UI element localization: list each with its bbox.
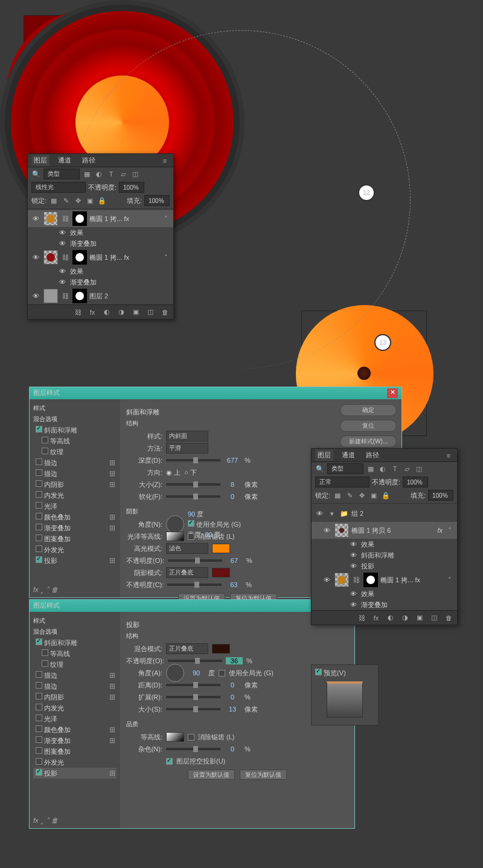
angle-control[interactable] <box>166 664 184 682</box>
panel-menu-icon[interactable]: ≡ <box>444 451 453 460</box>
filter-smart-icon[interactable]: ◫ <box>130 169 140 179</box>
fx-row[interactable]: 👁效果 <box>312 588 457 599</box>
style-option[interactable]: 等高线 <box>33 648 117 659</box>
highlight-opacity-slider[interactable] <box>168 559 222 562</box>
filter-type[interactable]: 类型 <box>43 169 80 179</box>
close-icon[interactable]: ✕ <box>387 388 398 398</box>
ok-button[interactable]: 确定 <box>340 404 397 416</box>
style-option[interactable]: 斜面和浮雕 <box>33 425 117 436</box>
contour-picker[interactable] <box>166 532 184 541</box>
layer-row[interactable]: 👁 ⛓ 图层 2 <box>28 288 173 304</box>
layer-name[interactable]: 椭圆 1 拷... fx <box>89 253 129 262</box>
style-option[interactable]: 描边⊞ <box>33 457 117 468</box>
chevron-icon[interactable]: ˄ <box>161 214 171 223</box>
preview-checkbox[interactable] <box>315 669 322 675</box>
opacity-value[interactable]: 100% <box>403 477 428 487</box>
shadow-color-swatch[interactable] <box>212 568 230 577</box>
style-option[interactable]: 描边⊞ <box>33 468 117 479</box>
fill-value[interactable]: 100% <box>428 490 453 501</box>
filter-image-icon[interactable]: ▦ <box>82 169 92 179</box>
shadow-mode-select[interactable]: 正片叠底 <box>166 567 208 578</box>
filter-text-icon[interactable]: T <box>106 169 116 179</box>
panel-menu-icon[interactable]: ≡ <box>160 156 170 166</box>
lock-all-icon[interactable]: 🔒 <box>97 196 107 205</box>
filter-shape-icon[interactable]: ▱ <box>118 169 128 179</box>
folder-icon[interactable]: ▣ <box>131 307 141 317</box>
blend-mode-select[interactable]: 线性光 <box>31 182 86 193</box>
style-option[interactable]: 投影⊞ <box>33 768 117 779</box>
fx-row[interactable]: 👁效果 <box>28 227 173 238</box>
antialias-checkbox[interactable] <box>188 533 194 540</box>
tab-layers[interactable]: 图层 <box>315 449 333 461</box>
chevron-down-icon[interactable]: ▾ <box>327 509 337 518</box>
filter-adjust-icon[interactable]: ◐ <box>94 169 104 179</box>
adjust-icon[interactable]: ◑ <box>400 613 410 623</box>
link-icon[interactable]: ⛓ <box>73 307 83 317</box>
set-default-button[interactable]: 设置为默认值 <box>188 770 235 780</box>
size-slider[interactable] <box>166 483 220 486</box>
fx-row[interactable]: 👁渐变叠加 <box>312 599 457 610</box>
noise-slider[interactable] <box>166 748 220 750</box>
style-option[interactable]: 内阴影⊞ <box>33 479 117 490</box>
fill-value[interactable]: 100% <box>144 195 170 206</box>
folder-icon[interactable]: ▣ <box>415 613 424 623</box>
contour-picker[interactable] <box>166 732 184 742</box>
layer-name[interactable]: 椭圆 1 拷贝 6 <box>351 526 391 535</box>
layer-name[interactable]: 图层 2 <box>89 292 108 301</box>
style-option[interactable]: 描边⊞ <box>33 670 117 681</box>
fx-row[interactable]: 👁效果 <box>312 539 457 550</box>
dir-up-radio[interactable]: ◉ 上 <box>166 468 181 477</box>
style-option[interactable]: 光泽 <box>33 501 117 512</box>
tab-layers[interactable]: 图层 <box>31 155 50 166</box>
highlight-color-swatch[interactable] <box>212 544 230 553</box>
tab-channels[interactable]: 通道 <box>339 449 357 461</box>
trash-icon[interactable]: 🗑 <box>444 613 453 623</box>
reset-default-button[interactable]: 复位为默认值 <box>240 770 287 780</box>
blend-mode-select[interactable]: 正常 <box>315 477 369 487</box>
shadow-opacity-slider[interactable] <box>167 583 222 586</box>
search-icon[interactable]: 🔍 <box>31 169 41 179</box>
style-option[interactable]: 纹理 <box>33 446 117 457</box>
style-option[interactable]: 光泽 <box>33 713 117 724</box>
fx-row[interactable]: 👁渐变叠加 <box>28 277 173 288</box>
layer-name[interactable]: 椭圆 1 拷... fx <box>380 576 420 585</box>
spread-slider[interactable] <box>166 696 220 698</box>
mask-icon[interactable]: ◐ <box>386 613 395 623</box>
style-option[interactable]: 投影⊞ <box>33 555 117 566</box>
antialias-checkbox[interactable] <box>188 734 194 741</box>
tab-paths[interactable]: 路径 <box>363 449 382 461</box>
tab-paths[interactable]: 路径 <box>80 155 98 166</box>
fx-icon[interactable]: fx <box>371 613 381 623</box>
new-layer-icon[interactable]: ◫ <box>429 613 439 623</box>
angle-control[interactable] <box>166 515 184 533</box>
fx-row[interactable]: 👁斜面和浮雕 <box>312 550 457 561</box>
dialog-title[interactable]: 图层样式✕ <box>30 387 401 399</box>
lock-trans-icon[interactable]: ▦ <box>49 196 59 205</box>
fx-row[interactable]: 👁渐变叠加 <box>28 238 173 249</box>
distance-slider[interactable] <box>166 684 220 686</box>
group-row[interactable]: 👁▾📁 组 2 <box>312 505 457 522</box>
opacity-slider[interactable] <box>168 660 222 662</box>
bevel-method-select[interactable]: 平滑 <box>166 443 208 454</box>
layer-row[interactable]: 👁 ⛓ 椭圆 1 拷... fx ˄ <box>312 571 457 588</box>
dir-down-radio[interactable]: ○ 下 <box>184 468 197 477</box>
mask-icon[interactable]: ◐ <box>102 307 112 317</box>
fx-icon[interactable]: fx <box>88 307 97 317</box>
style-option[interactable]: 外发光 <box>33 757 117 768</box>
global-light-checkbox[interactable] <box>188 520 194 527</box>
blend-mode-select[interactable]: 正片叠底 <box>166 643 208 654</box>
new-layer-icon[interactable]: ◫ <box>146 307 155 317</box>
fx-row[interactable]: 👁投影 <box>312 561 457 571</box>
style-option[interactable]: 图案叠加 <box>33 746 117 757</box>
style-option[interactable]: 内发光 <box>33 490 117 501</box>
style-option[interactable]: 斜面和浮雕 <box>33 637 117 648</box>
soften-slider[interactable] <box>166 495 220 498</box>
new-style-button[interactable]: 新建样式(W)... <box>340 436 397 448</box>
layer-row[interactable]: 👁 ⛓ 椭圆 1 拷... fx ˄ <box>28 210 173 227</box>
bevel-style-select[interactable]: 内斜面 <box>166 431 208 442</box>
style-option[interactable]: 内发光 <box>33 702 117 713</box>
style-option[interactable]: 外发光 <box>33 544 117 555</box>
dialog-title[interactable]: 图层样式 <box>30 600 354 612</box>
lock-artboard-icon[interactable]: ▣ <box>85 196 95 205</box>
layer-mask[interactable] <box>72 211 87 226</box>
